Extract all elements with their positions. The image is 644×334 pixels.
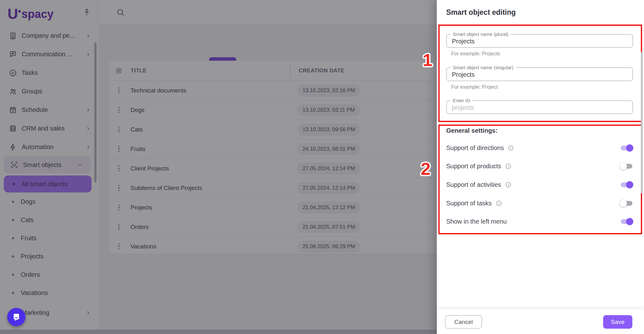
field-name-plural-input[interactable]: [451, 35, 629, 47]
setting-label: Support of products: [446, 163, 501, 170]
toggle-knob: [626, 218, 633, 225]
toggle-show-in-the-left-menu[interactable]: [621, 219, 632, 224]
setting-label: Support of tasks: [446, 200, 492, 207]
cancel-button[interactable]: Cancel: [445, 315, 482, 329]
info-icon[interactable]: [505, 181, 512, 188]
setting-row-show-in-the-left-menu: Show in the left menu: [446, 218, 633, 227]
toggle-knob: [626, 144, 633, 152]
toggle-support-of-directions[interactable]: [621, 146, 632, 150]
field-name-singular: Smart object name (singular): [446, 67, 633, 81]
field-name-plural-helper: For example: Projects: [451, 51, 500, 57]
toggle-support-of-tasks[interactable]: [621, 201, 632, 206]
field-enter-id-input[interactable]: [451, 102, 629, 114]
toggle-knob: [620, 200, 627, 207]
toggle-support-of-products[interactable]: [621, 164, 632, 169]
setting-label: Support of activities: [446, 181, 501, 188]
field-name-singular-helper: For example: Project: [451, 84, 498, 90]
field-name-singular-input[interactable]: [451, 69, 629, 81]
setting-label: Show in the left menu: [446, 218, 507, 225]
panel-footer: Cancel Save: [437, 309, 644, 334]
save-button[interactable]: Save: [603, 315, 632, 329]
toggle-support-of-activities[interactable]: [621, 182, 632, 187]
toggle-knob: [626, 181, 633, 188]
field-name-plural: Smart object name (plural): [446, 34, 633, 48]
setting-row-support-of-activities: Support of activities: [446, 181, 633, 191]
info-icon[interactable]: [505, 163, 512, 170]
field-enter-id: Enter ID: [446, 100, 633, 114]
annotation-marker-2: 2: [421, 160, 430, 178]
modal-backdrop[interactable]: [0, 0, 437, 334]
info-icon[interactable]: [496, 200, 502, 207]
setting-label: Support of directions: [446, 144, 504, 152]
annotation-marker-1: 1: [423, 51, 432, 69]
setting-row-support-of-directions: Support of directions: [446, 144, 633, 154]
chat-widget-button[interactable]: [7, 308, 25, 326]
smart-object-editing-panel: Smart object editing Smart object name (…: [437, 0, 644, 334]
app-root: U spacy Company and pe...Communication .…: [0, 0, 644, 334]
panel-scrollbar[interactable]: [641, 52, 643, 193]
general-settings-title: General settings:: [446, 127, 497, 134]
panel-title: Smart object editing: [446, 8, 516, 17]
setting-row-support-of-tasks: Support of tasks: [446, 200, 633, 209]
info-icon[interactable]: [508, 145, 514, 151]
chat-bubble-icon: [11, 312, 22, 322]
toggle-knob: [620, 163, 627, 170]
setting-row-support-of-products: Support of products: [446, 163, 633, 172]
